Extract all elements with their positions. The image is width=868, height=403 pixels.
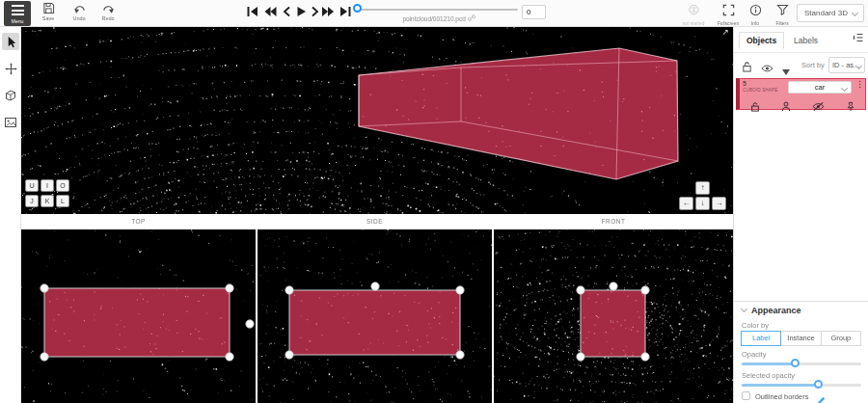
undo-button[interactable]: Undo [66,2,93,21]
lock-open-icon [742,61,752,72]
hide-all-button[interactable] [761,60,773,77]
nav-up-button[interactable]: ↑ [695,181,710,195]
object-item[interactable]: 5 CUBOID SHAPE car ⋮ [736,78,866,110]
selected-opacity-slider-handle[interactable] [814,380,823,389]
redo-button[interactable]: Redo [95,2,122,21]
camera-key-k[interactable]: K [41,195,54,207]
object-occluded-button[interactable] [781,98,791,109]
perspective-overlay [21,27,733,214]
front-view-label: FRONT [494,218,733,225]
appearance-header[interactable]: Appearance [742,306,801,315]
objects-controls-row: Sort by ID - as... [734,53,868,77]
cuboid-top-projection[interactable] [44,288,230,357]
cuboid-side-projection[interactable] [289,290,460,355]
sidebar-tabs: Objects Labels [734,27,868,53]
selected-opacity-slider[interactable] [742,381,861,390]
object-lock-button[interactable] [750,98,760,109]
rotation-handle[interactable] [371,282,379,290]
color-by-instance-button[interactable]: Instance [780,331,821,346]
cursor-tool-button[interactable] [2,33,19,50]
frame-filename: pointcloud/001210.pcd [362,14,516,22]
resize-perspective-icon[interactable]: ↗ [721,27,729,37]
lock-all-button[interactable] [742,59,752,76]
move-tool-button[interactable] [2,60,19,77]
color-by-group-button[interactable]: Group [821,331,861,346]
backward-jump-button[interactable] [262,5,278,19]
tab-objects[interactable]: Objects [739,32,784,49]
pin-icon [846,101,855,112]
undo-icon [73,2,86,14]
next-frame-icon [308,5,321,18]
chevron-down-icon [741,306,747,312]
ortho-view-labels: TOP SIDE FRONT [21,214,733,229]
sort-select[interactable]: ID - as... [828,57,865,73]
top-toolbar: Menu Save Undo Redo pointcloud/001210.pc… [0,0,868,27]
forward-jump-button[interactable] [320,5,336,19]
object-pin-button[interactable] [846,98,855,109]
color-by-label-button[interactable]: Label [741,331,781,346]
hamburger-icon [12,5,24,7]
image-context-button[interactable] [2,114,19,131]
caret-down-icon [782,69,790,75]
camera-key-o[interactable]: O [56,179,69,192]
selected-opacity-label: Selected opacity [742,371,795,380]
opacity-label: Opacity [742,350,766,359]
first-frame-button[interactable] [245,5,260,19]
menu-button[interactable]: Menu [4,1,31,26]
object-hide-button[interactable] [812,98,825,109]
cuboid-icon [4,89,17,102]
camera-key-j[interactable]: J [25,195,39,207]
frame-slider[interactable] [358,9,518,11]
camera-key-u[interactable]: U [25,179,39,192]
outlined-borders-checkbox[interactable] [742,391,750,400]
tab-labels[interactable]: Labels [794,36,818,45]
camera-key-i[interactable]: I [41,179,54,192]
side-view[interactable] [258,229,492,403]
sort-by-label: Sort by [801,61,825,69]
save-button[interactable]: Save [35,2,62,21]
top-view[interactable] [21,229,256,403]
frame-number-input[interactable] [522,5,546,19]
draw-cuboid-button[interactable] [2,87,19,104]
outlined-borders-label: Outlined borders [755,392,808,401]
appearance-panel: Appearance Color by Label Instance Group… [734,301,868,403]
workspace-select[interactable]: Standard 3D [797,4,864,22]
expand-all-button[interactable] [782,62,790,79]
ai-tools-button[interactable]: not started [679,3,708,26]
info-button[interactable]: Info [741,3,770,26]
info-icon [749,4,762,16]
object-label-select[interactable]: car [788,81,852,94]
opacity-slider[interactable] [742,360,861,368]
fullscreen-icon [722,4,735,16]
redo-icon [102,2,115,14]
collapse-sidebar-button[interactable] [852,31,865,44]
fullscreen-button[interactable]: Fullscreen [714,3,743,26]
perspective-view[interactable]: ↗ U I O J K L ↑ ← ↓ → [21,27,733,214]
brain-icon [688,4,700,16]
backward-jump-icon [263,5,278,18]
save-icon [42,2,55,14]
cursor-icon [5,36,17,48]
nav-left-button[interactable]: ← [679,197,693,210]
person-icon [781,101,791,112]
camera-key-l[interactable]: L [56,195,69,207]
opacity-slider-handle[interactable] [791,359,800,367]
nav-down-button[interactable]: ↓ [695,197,710,210]
frame-slider-handle[interactable] [353,4,362,13]
rotation-handle[interactable] [246,320,254,328]
menu-label: Menu [12,18,24,24]
front-view[interactable] [494,229,733,403]
object-menu-button[interactable]: ⋮ [855,80,864,89]
object-actions [740,96,866,110]
chevron-down-icon [852,10,858,16]
object-shape-type: CUBOID SHAPE [743,88,777,93]
last-frame-button[interactable] [338,5,353,19]
side-view-overlay [258,229,492,403]
chevron-down-icon [841,85,848,92]
color-by-label: Color by [742,321,769,330]
filters-button[interactable]: Filters [768,3,797,26]
nav-right-button[interactable]: → [712,197,726,210]
link-icon[interactable] [468,14,475,22]
edit-outline-color-button[interactable] [817,391,826,403]
rotation-handle[interactable] [610,282,617,290]
